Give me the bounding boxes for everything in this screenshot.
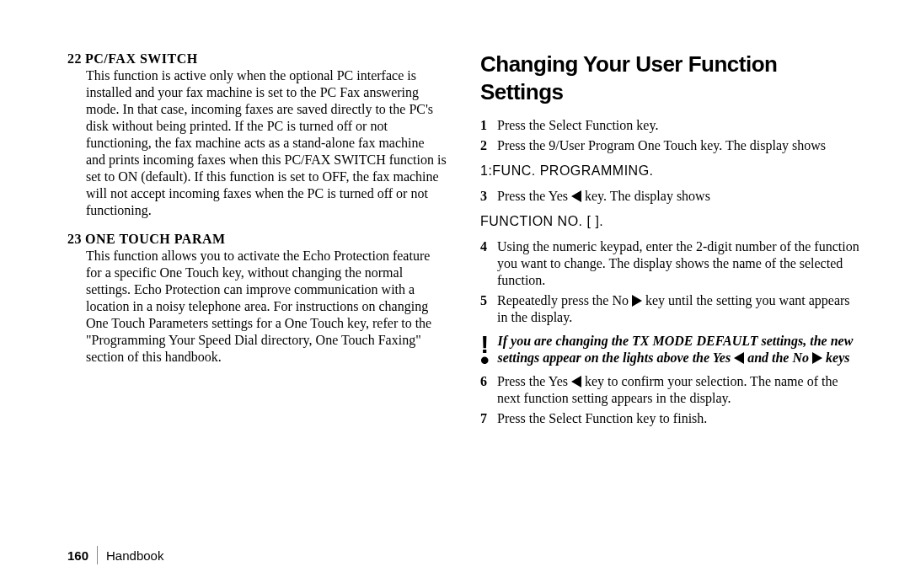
note-post: keys <box>822 350 849 365</box>
step6-pre: Press the Yes <box>497 374 571 388</box>
left-column: 22 PC/FAX SWITCH This function is active… <box>67 51 447 504</box>
function-23: 23 ONE TOUCH PARAM This function allows … <box>67 231 447 366</box>
exclamation-icon: !• <box>480 333 490 366</box>
note-mid: and the No <box>744 350 812 365</box>
func-23-head: ONE TOUCH PARAM <box>85 232 226 246</box>
step-text: Press the Select Function key. <box>497 117 859 134</box>
note-text: If you are changing the TX MODE DEFAULT … <box>498 333 859 366</box>
right-arrow-icon <box>632 295 642 307</box>
func-22-body: This function is active only when the op… <box>86 67 447 219</box>
left-arrow-icon <box>734 352 744 364</box>
left-arrow-icon <box>571 190 581 202</box>
steps-group-c: 4 Using the numeric keypad, enter the 2-… <box>480 238 859 326</box>
step-4: 4 Using the numeric keypad, enter the 2-… <box>480 238 859 289</box>
step-num: 2 <box>480 137 497 154</box>
right-arrow-icon <box>812 352 822 364</box>
step-num: 5 <box>480 292 497 326</box>
left-arrow-icon <box>571 376 581 388</box>
step-num: 1 <box>480 117 497 134</box>
func-23-num: 23 <box>67 232 82 246</box>
page-footer: 160 Handbook <box>67 546 163 564</box>
step-text: Using the numeric keypad, enter the 2-di… <box>497 238 859 289</box>
step3-post: key. The display shows <box>581 189 710 203</box>
step-num: 7 <box>480 410 497 427</box>
step5-pre: Repeatedly press the No <box>497 293 632 307</box>
page-body: 22 PC/FAX SWITCH This function is active… <box>0 0 910 537</box>
step-5: 5 Repeatedly press the No key until the … <box>480 292 859 326</box>
steps-group-a: 1 Press the Select Function key. 2 Press… <box>480 117 859 154</box>
func-23-body: This function allows you to activate the… <box>86 248 447 366</box>
step-text: Press the 9/User Program One Touch key. … <box>497 137 859 154</box>
footer-divider <box>97 546 98 564</box>
steps-group-b: 3 Press the Yes key. The display shows <box>480 188 859 205</box>
step-text: Press the Yes key to confirm your select… <box>497 373 859 407</box>
step-3: 3 Press the Yes key. The display shows <box>480 188 859 205</box>
step-num: 3 <box>480 188 497 205</box>
step-text: Repeatedly press the No key until the se… <box>497 292 859 326</box>
display-line-2: FUNCTION NO. [ ]. <box>480 213 859 230</box>
step-num: 4 <box>480 238 497 289</box>
page-number: 160 <box>67 548 88 563</box>
display-line-1: 1:FUNC. PROGRAMMING. <box>480 163 859 179</box>
section-title: Changing Your User Function Settings <box>480 51 859 105</box>
func-22-head: PC/FAX SWITCH <box>85 51 198 66</box>
step-text: Press the Yes key. The display shows <box>497 188 859 205</box>
step-2: 2 Press the 9/User Program One Touch key… <box>480 137 859 154</box>
step-1: 1 Press the Select Function key. <box>480 117 859 134</box>
step3-pre: Press the Yes <box>497 189 571 203</box>
step-num: 6 <box>480 373 497 407</box>
func-22-num: 22 <box>67 51 82 66</box>
right-column: Changing Your User Function Settings 1 P… <box>480 51 859 504</box>
step-6: 6 Press the Yes key to confirm your sele… <box>480 373 859 407</box>
function-22: 22 PC/FAX SWITCH This function is active… <box>67 51 447 219</box>
steps-group-d: 6 Press the Yes key to confirm your sele… <box>480 373 859 427</box>
book-name: Handbook <box>106 548 163 563</box>
note: !• If you are changing the TX MODE DEFAU… <box>480 333 859 366</box>
step-text: Press the Select Function key to finish. <box>497 410 859 427</box>
step-7: 7 Press the Select Function key to finis… <box>480 410 859 427</box>
